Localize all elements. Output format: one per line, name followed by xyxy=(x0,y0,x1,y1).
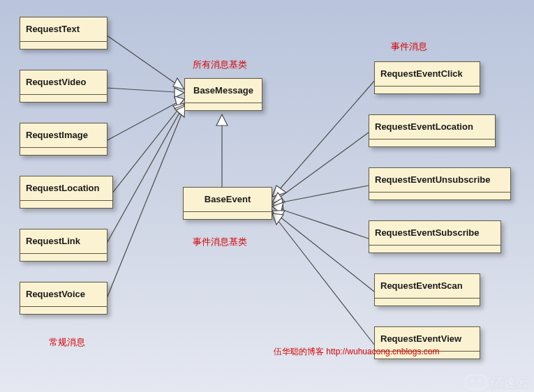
label-event-msg: 事件消息 xyxy=(391,40,427,53)
class-title: RequestLocation xyxy=(20,176,112,200)
class-body xyxy=(184,211,272,219)
class-body xyxy=(375,298,480,306)
cloud-icon xyxy=(465,375,487,390)
class-title: RequestText xyxy=(20,17,107,41)
svg-marker-17 xyxy=(272,193,285,202)
class-request-event-unsubscribe: RequestEventUnsubscribe xyxy=(369,167,511,200)
svg-marker-7 xyxy=(173,103,184,114)
class-body xyxy=(375,86,480,93)
class-request-link: RequestLink xyxy=(20,229,107,262)
label-all-msg-base: 所有消息基类 xyxy=(193,59,247,71)
class-title: RequestEventUnsubscribe xyxy=(369,168,510,192)
class-request-event-scan: RequestEventScan xyxy=(374,273,480,306)
class-body xyxy=(369,139,495,146)
svg-marker-15 xyxy=(272,186,286,197)
watermark: 亿速云 xyxy=(465,374,530,391)
svg-line-16 xyxy=(281,133,369,197)
svg-line-22 xyxy=(279,216,374,292)
svg-line-8 xyxy=(105,112,180,247)
class-body xyxy=(185,103,262,110)
class-title: RequestVoice xyxy=(20,282,107,306)
class-title: RequestImage xyxy=(20,123,107,147)
svg-marker-13 xyxy=(216,114,228,126)
svg-marker-3 xyxy=(175,88,184,98)
class-body xyxy=(369,245,500,252)
class-body xyxy=(369,192,510,199)
class-body xyxy=(20,306,107,314)
class-base-event: BaseEvent xyxy=(183,187,272,220)
svg-line-18 xyxy=(282,186,369,202)
svg-marker-19 xyxy=(272,198,283,209)
svg-marker-5 xyxy=(175,96,184,107)
class-request-image: RequestImage xyxy=(20,123,107,156)
svg-line-20 xyxy=(281,209,369,239)
svg-line-24 xyxy=(278,220,374,345)
class-title: RequestEventLocation xyxy=(369,115,495,139)
svg-line-14 xyxy=(279,80,376,190)
class-title: BaseEvent xyxy=(184,188,272,211)
class-title: RequestLink xyxy=(20,229,107,253)
svg-line-4 xyxy=(106,103,176,141)
class-base-message: BaseMessage xyxy=(184,78,262,111)
svg-line-0 xyxy=(106,35,176,84)
svg-marker-1 xyxy=(173,78,184,89)
svg-marker-21 xyxy=(272,202,283,213)
class-request-video: RequestVideo xyxy=(20,70,107,103)
svg-marker-23 xyxy=(272,211,285,222)
class-title: RequestEventSubscribe xyxy=(369,221,500,245)
class-request-event-location: RequestEventLocation xyxy=(369,114,496,147)
class-body xyxy=(20,94,107,102)
svg-line-2 xyxy=(106,88,176,92)
class-title: RequestEventClick xyxy=(375,62,480,86)
class-title: RequestEventScan xyxy=(375,274,480,298)
svg-marker-25 xyxy=(272,213,283,225)
svg-marker-9 xyxy=(175,105,184,116)
class-body xyxy=(20,200,112,208)
class-request-voice: RequestVoice xyxy=(20,282,107,315)
diagram-canvas: BaseMessage BaseEvent RequestText Reques… xyxy=(0,0,534,392)
class-body xyxy=(20,147,107,155)
watermark-text: 亿速云 xyxy=(490,374,530,391)
class-request-text: RequestText xyxy=(20,17,107,50)
class-body xyxy=(20,41,107,49)
class-title: RequestVideo xyxy=(20,70,107,94)
class-request-event-click: RequestEventClick xyxy=(374,61,480,94)
label-event-msg-base: 事件消息基类 xyxy=(193,236,247,248)
class-request-location: RequestLocation xyxy=(20,176,113,209)
class-body xyxy=(20,253,107,261)
class-request-event-subscribe: RequestEventSubscribe xyxy=(369,220,501,253)
class-title: BaseMessage xyxy=(185,79,262,103)
label-regular-msg: 常规消息 xyxy=(49,336,85,349)
svg-line-6 xyxy=(112,109,179,194)
svg-line-10 xyxy=(106,114,181,300)
label-attribution: 伍华聪的博客 http://wuhuacong.cnblogs.com xyxy=(274,346,439,358)
